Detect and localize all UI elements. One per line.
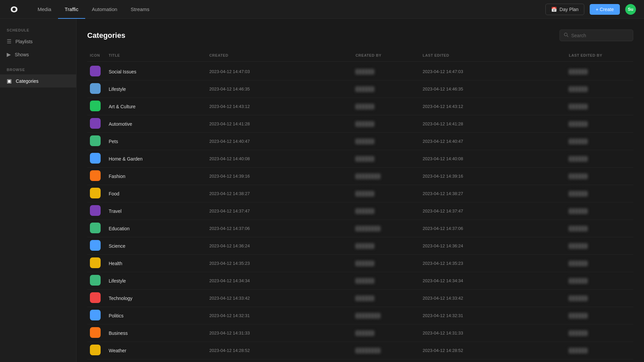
col-created: CREATED	[207, 52, 353, 59]
main-layout: SCHEDULE ☰ Playlists ▶ Shows BROWSE ▣ Ca…	[0, 19, 644, 362]
td-created-by: ██████	[353, 120, 420, 128]
td-created: 2023-04-12 14:36:24	[207, 242, 353, 250]
table-row[interactable]: Technology 2023-04-12 14:33:42 ██████ 20…	[87, 290, 633, 307]
td-title: Politics	[106, 312, 207, 320]
td-icon	[87, 134, 106, 148]
nav-automation[interactable]: Automation	[85, 0, 124, 19]
table-row[interactable]: Automotive 2023-04-12 14:41:28 ██████ 20…	[87, 115, 633, 133]
nav-media[interactable]: Media	[31, 0, 58, 19]
td-last-edited-by: ██████	[566, 242, 633, 250]
td-last-edited: 2023-04-12 14:31:33	[420, 329, 566, 337]
td-title: Home & Garden	[106, 155, 207, 163]
table-row[interactable]: Science 2023-04-12 14:36:24 ██████ 2023-…	[87, 237, 633, 255]
nav-items: Media Traffic Automation Streams	[31, 0, 545, 19]
td-last-edited: 2023-04-12 14:40:47	[420, 137, 566, 145]
sidebar-item-playlists[interactable]: ☰ Playlists	[0, 35, 76, 48]
td-last-edited: 2023-04-12 14:40:08	[420, 155, 566, 163]
td-last-edited-by: ██████	[566, 85, 633, 93]
table-row[interactable]: Social Issues 2023-04-12 14:47:03 ██████…	[87, 63, 633, 80]
table-row[interactable]: Food 2023-04-12 14:38:27 ██████ 2023-04-…	[87, 185, 633, 202]
nav-traffic[interactable]: Traffic	[58, 0, 85, 19]
table-row[interactable]: Education 2023-04-12 14:37:06 ████████ 2…	[87, 220, 633, 237]
app-logo[interactable]	[8, 3, 20, 15]
td-icon	[87, 117, 106, 131]
td-icon	[87, 186, 106, 201]
category-color-icon	[90, 275, 101, 286]
td-created: 2023-04-12 14:33:42	[207, 294, 353, 302]
shows-label: Shows	[15, 52, 29, 57]
td-icon	[87, 291, 106, 305]
td-last-edited: 2023-04-12 14:47:03	[420, 68, 566, 75]
browse-section-label: BROWSE	[0, 68, 76, 74]
td-icon	[87, 256, 106, 270]
td-created: 2023-04-12 14:37:47	[207, 207, 353, 215]
td-last-edited: 2023-04-12 14:38:27	[420, 190, 566, 197]
category-color-icon	[90, 83, 101, 94]
shows-icon: ▶	[7, 51, 11, 58]
svg-point-1	[12, 8, 16, 11]
td-last-edited: 2023-04-12 14:46:35	[420, 85, 566, 93]
td-last-edited-by: ██████	[566, 190, 633, 197]
search-input[interactable]	[571, 33, 629, 38]
td-title: Social Issues	[106, 68, 207, 76]
main-content: Categories ICON TITLE CREATED CREATED BY…	[76, 19, 644, 362]
col-last-edited: LAST EDITED	[420, 52, 566, 59]
table-header: ICON TITLE CREATED CREATED BY LAST EDITE…	[87, 49, 633, 62]
sidebar-item-categories[interactable]: ▣ Categories	[0, 74, 76, 87]
table-row[interactable]: Politics 2023-04-12 14:32:31 ████████ 20…	[87, 307, 633, 324]
nav-streams[interactable]: Streams	[124, 0, 156, 19]
day-plan-button[interactable]: 📅 Day Plan	[545, 4, 584, 15]
td-last-edited-by: ██████	[566, 103, 633, 110]
td-title: Science	[106, 242, 207, 250]
td-created-by: ████████	[353, 172, 420, 180]
category-color-icon	[90, 327, 101, 338]
td-last-edited-by: ██████	[566, 155, 633, 163]
table-row[interactable]: Lifestyle 2023-04-12 14:46:35 ██████ 202…	[87, 80, 633, 98]
td-last-edited: 2023-04-12 14:33:42	[420, 294, 566, 302]
category-color-icon	[90, 101, 101, 111]
table-row[interactable]: Lifestyle 2023-04-12 14:34:34 ██████ 202…	[87, 272, 633, 290]
td-last-edited: 2023-04-12 14:35:23	[420, 259, 566, 267]
sidebar: SCHEDULE ☰ Playlists ▶ Shows BROWSE ▣ Ca…	[0, 19, 76, 362]
td-last-edited-by: ██████	[566, 120, 633, 128]
col-icon: ICON	[87, 52, 106, 59]
category-color-icon	[90, 170, 101, 181]
user-avatar[interactable]: Su	[625, 4, 636, 15]
category-color-icon	[90, 292, 101, 303]
category-color-icon	[90, 153, 101, 164]
categories-table: ICON TITLE CREATED CREATED BY LAST EDITE…	[87, 49, 633, 359]
td-created-by: ██████	[353, 242, 420, 250]
td-created-by: ██████	[353, 85, 420, 93]
table-row[interactable]: Business 2023-04-12 14:31:33 ██████ 2023…	[87, 324, 633, 342]
table-row[interactable]: Art & Culture 2023-04-12 14:43:12 ██████…	[87, 98, 633, 115]
top-navigation: Media Traffic Automation Streams 📅 Day P…	[0, 0, 644, 19]
create-button[interactable]: + Create	[590, 4, 620, 15]
sidebar-item-shows[interactable]: ▶ Shows	[0, 48, 76, 61]
td-created-by: ██████	[353, 207, 420, 215]
table-row[interactable]: Home & Garden 2023-04-12 14:40:08 ██████…	[87, 150, 633, 168]
category-color-icon	[90, 188, 101, 198]
td-last-edited-by: ██████	[566, 329, 633, 337]
td-created: 2023-04-12 14:37:06	[207, 225, 353, 232]
td-title: Travel	[106, 207, 207, 215]
search-box[interactable]	[559, 29, 633, 41]
td-last-edited-by: ██████	[566, 207, 633, 215]
table-row[interactable]: Pets 2023-04-12 14:40:47 ██████ 2023-04-…	[87, 133, 633, 150]
td-icon	[87, 99, 106, 114]
td-last-edited: 2023-04-12 14:28:52	[420, 347, 566, 354]
td-title: Lifestyle	[106, 85, 207, 93]
table-row[interactable]: Travel 2023-04-12 14:37:47 ██████ 2023-0…	[87, 202, 633, 220]
table-row[interactable]: Health 2023-04-12 14:35:23 ██████ 2023-0…	[87, 255, 633, 272]
category-color-icon	[90, 223, 101, 233]
table-row[interactable]: Weather 2023-04-12 14:28:52 ████████ 202…	[87, 342, 633, 359]
topnav-right: 📅 Day Plan + Create Su	[545, 4, 636, 15]
td-created-by: ██████	[353, 277, 420, 285]
td-created-by: ████████	[353, 312, 420, 319]
search-icon	[564, 33, 569, 38]
td-title: Fashion	[106, 172, 207, 180]
table-row[interactable]: Fashion 2023-04-12 14:39:16 ████████ 202…	[87, 168, 633, 185]
td-icon	[87, 274, 106, 288]
td-created: 2023-04-12 14:39:16	[207, 172, 353, 180]
page-title: Categories	[87, 31, 125, 40]
schedule-section-label: SCHEDULE	[0, 28, 76, 35]
